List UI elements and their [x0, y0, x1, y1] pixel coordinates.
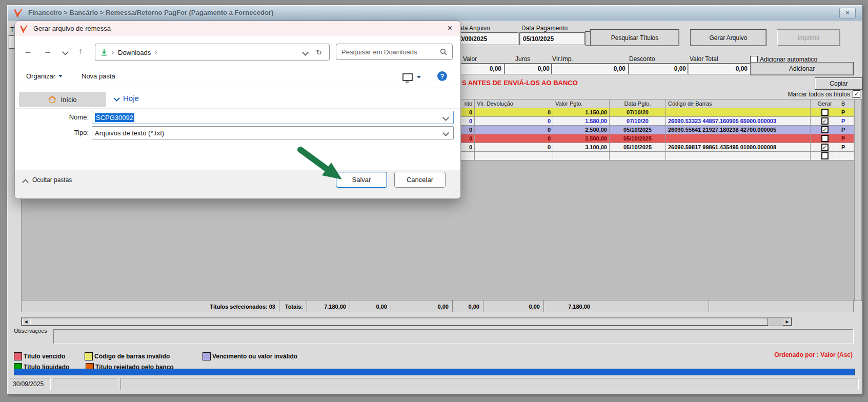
window-close-button[interactable]: × — [839, 8, 856, 18]
col-codigo-barras[interactable]: Código de Barras — [666, 99, 811, 108]
observacoes-label: Observações — [14, 328, 47, 334]
address-dropdown-chevron-icon[interactable] — [302, 49, 309, 56]
cell-b: P — [839, 134, 854, 143]
help-icon[interactable]: ? — [437, 71, 447, 81]
resize-grip[interactable]: ⋰ — [452, 190, 457, 196]
marcar-todos-checkbox[interactable]: ✓ — [853, 90, 860, 98]
inicio-label: Início — [60, 96, 76, 104]
cell-b: P — [839, 117, 854, 126]
col-gerar[interactable]: Gerar — [811, 99, 839, 108]
cell-barras: 26090.53323 44857.160905 65000.000003 — [666, 117, 811, 126]
vlrimp-field[interactable]: 0,00 — [551, 63, 629, 74]
window-title: Financeiro > Bancário > Remessa/Retorno … — [28, 9, 273, 16]
adicionar-button[interactable]: Adicionar — [750, 62, 854, 75]
cell-barras: 26090.59817 99861.435495 01000.000008 — [666, 143, 811, 152]
nav-recent-chevron-icon[interactable] — [62, 49, 69, 55]
dialog-titlebar[interactable]: Gerar arquivo de remessa × — [15, 21, 460, 36]
cell-gerar — [811, 108, 839, 117]
pesquisar-titulos-button[interactable]: Pesquisar Títulos — [590, 29, 679, 46]
nav-back-icon[interactable]: ← — [24, 47, 32, 56]
gerar-checkbox[interactable]: ✓ — [821, 117, 829, 125]
address-bar[interactable]: › Downloads › ↻ — [95, 44, 330, 61]
cell-gerar — [811, 152, 839, 160]
legend-vencimento-invalido: Vencimento ou valor inválido — [212, 353, 297, 360]
total-valor: 7.180,00 — [307, 300, 350, 312]
group-header-hoje[interactable]: Hoje — [114, 94, 139, 103]
cancelar-button[interactable]: Cancelar — [394, 172, 446, 188]
juros-label: Juros — [515, 55, 530, 63]
organizar-label: Organizar — [26, 72, 55, 80]
data-pagamento-field[interactable]: 05/10/2025 — [519, 32, 585, 45]
gerar-checkbox[interactable]: ✓ — [821, 144, 829, 151]
progress-bar — [14, 369, 855, 375]
desconto-field[interactable]: 0,00 — [628, 63, 689, 74]
downloads-icon — [100, 49, 108, 56]
gerar-arquivo-button[interactable]: Gerar Arquivo — [690, 29, 766, 46]
ocultar-pastas-button[interactable]: Ocultar pastas — [32, 176, 72, 184]
breadcrumb-sep-icon: › — [155, 49, 157, 56]
dialog-title: Gerar arquivo de remessa — [33, 25, 111, 32]
table-horizontal-scrollbar[interactable]: ◀ ▶ — [21, 317, 792, 326]
list-divider — [15, 108, 460, 109]
scrollbar-thumb[interactable] — [30, 318, 768, 326]
juros-field[interactable]: 0,00 — [504, 63, 553, 74]
valor-total-field[interactable]: 0,00 — [688, 63, 751, 74]
search-box[interactable]: Pesquisar em Downloads — [336, 44, 453, 60]
copiar-button[interactable]: Copiar — [815, 77, 863, 90]
table-vertical-scrollbar[interactable] — [854, 99, 862, 301]
app-logo-icon — [14, 8, 23, 17]
hoje-chevron-icon — [113, 95, 120, 102]
gerar-checkbox[interactable] — [821, 152, 829, 159]
nova-pasta-label: Nova pasta — [82, 72, 115, 80]
observacoes-input[interactable] — [53, 329, 854, 344]
filename-combobox[interactable]: SCPG30092 — [92, 111, 454, 124]
warning-text: S ANTES DE ENVIÁ-LOS AO BANCO — [462, 79, 578, 87]
nav-forward-icon[interactable]: → — [44, 47, 52, 56]
col-vlr-devolucao[interactable]: Vlr. Devolução — [475, 99, 553, 108]
cell-b — [839, 152, 854, 160]
ordered-by-text: Ordenado por : Valor (Asc) — [774, 351, 853, 358]
titulos-selecionados: Títulos selecionados: 03 — [30, 300, 279, 312]
view-options-icon[interactable] — [402, 73, 413, 81]
view-options-caret-icon[interactable] — [417, 76, 421, 78]
marcar-todos-label: Marcar todos os títulos — [771, 91, 850, 98]
filetype-value: Arquivos de texto (*.txt) — [95, 129, 164, 137]
breadcrumb-downloads[interactable]: Downloads — [118, 49, 151, 56]
nav-up-icon[interactable]: ↑ — [78, 47, 83, 56]
col-data-pgto[interactable]: Data Pgto. — [610, 99, 666, 108]
scroll-left-icon[interactable]: ◀ — [22, 318, 30, 326]
cell-devolucao — [475, 152, 553, 160]
tipo-label: Tipo: — [64, 129, 89, 136]
gerar-checkbox[interactable] — [821, 135, 829, 142]
data-arquivo-field[interactable]: 30/09/2025 — [453, 32, 518, 45]
imprimir-button[interactable]: Imprimir — [777, 29, 840, 46]
cell-data: 05/10/2025 — [610, 134, 666, 143]
cell-b: P — [839, 126, 854, 134]
organizar-button[interactable]: Organizar — [26, 72, 63, 80]
cell-devolucao: 0 — [475, 117, 553, 126]
legend-codigo-invalido: Código de barras inválido — [94, 353, 170, 360]
refresh-icon[interactable]: ↻ — [316, 48, 322, 56]
gerar-checkbox[interactable] — [821, 109, 829, 116]
screen: Financeiro > Bancário > Remessa/Retorno … — [0, 0, 868, 402]
total-devolucao: 0,00 — [483, 300, 544, 312]
legend-purple-chip — [203, 352, 211, 360]
total-juros: 0,00 — [350, 300, 391, 312]
col-valor-pgto[interactable]: Valor Pgto. — [553, 99, 610, 108]
scroll-right-icon[interactable]: ▶ — [783, 318, 792, 326]
filename-value: SCPG30092 — [95, 113, 134, 122]
col-b[interactable]: B — [839, 99, 854, 108]
nova-pasta-button[interactable]: Nova pasta — [82, 72, 115, 80]
cell-b: P — [839, 108, 854, 117]
cell-barras — [666, 108, 811, 117]
total-geral: 7.180,00 — [544, 300, 594, 312]
totals-spacer — [21, 300, 30, 312]
filetype-combobox[interactable]: Arquivos de texto (*.txt) — [92, 126, 454, 139]
dialog-close-icon[interactable]: × — [448, 24, 452, 33]
gerar-checkbox[interactable]: ✓ — [821, 126, 829, 133]
dialog-footer: Ocultar pastas ⋰ — [15, 170, 460, 198]
cell-valor: 1.580,00 — [553, 117, 610, 126]
sidebar-item-inicio[interactable]: Início — [19, 92, 106, 107]
cell-devolucao: 0 — [475, 126, 553, 134]
home-icon — [48, 96, 56, 103]
